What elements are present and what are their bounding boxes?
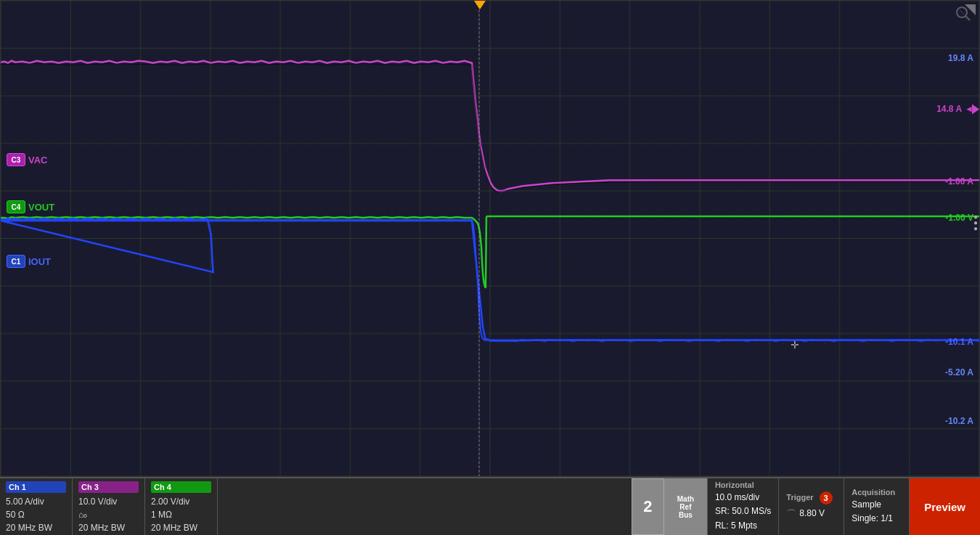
ch4-info[interactable]: Ch 4 2.00 V/div 1 MΩ 20 MHz BW <box>145 478 218 535</box>
acquisition-values: Sample Single: 1/1 <box>852 498 902 526</box>
arrow-indicator: ◄ <box>965 104 973 114</box>
measurement-19.8: 19.8 A <box>948 53 973 63</box>
options-dots[interactable]: ●●● <box>973 215 978 231</box>
vac-waveform-shadow <box>1 64 979 192</box>
c1-badge: C1 <box>7 255 25 268</box>
horizontal-values: 10.0 ms/div SR: 50.0 MS/s RL: 5 Mpts <box>715 491 771 533</box>
ch1-values: 5.00 A/div 50 Ω 20 MHz BW <box>6 495 66 534</box>
ch3-header: Ch 3 <box>78 481 139 493</box>
ch1-header: Ch 1 <box>6 481 66 493</box>
trigger-title: Trigger <box>786 493 813 502</box>
iout-waveform-main <box>1 220 979 340</box>
c1-name: IOUT <box>28 256 51 267</box>
channel-c4-label: C4 VOUT <box>7 200 54 213</box>
ch3-values: 10.0 V/div ⌂₀ 20 MHz BW <box>78 495 139 534</box>
toolbar-spacer <box>218 478 632 535</box>
preview-button[interactable]: Preview <box>910 478 980 535</box>
oscilloscope: C3 VAC C4 VOUT C1 IOUT 19.8 A 14.8 A ◄ -… <box>0 0 980 535</box>
c4-badge: C4 <box>7 200 25 213</box>
math-ref-bus-button[interactable]: Math Ref Bus <box>664 478 708 535</box>
ch4-header: Ch 4 <box>151 481 211 493</box>
trigger-symbol: ⌒ <box>786 506 796 522</box>
waveform-svg <box>1 1 979 476</box>
acquisition-section[interactable]: Acquisition Sample Single: 1/1 <box>844 478 910 535</box>
measurement-vout: -1.00 V <box>945 213 973 223</box>
ch3-info[interactable]: Ch 3 10.0 V/div ⌂₀ 20 MHz BW <box>73 478 145 535</box>
vout-waveform <box>1 216 979 288</box>
channel-c1-label: C1 IOUT <box>7 255 51 268</box>
horizontal-title: Horizontal <box>715 481 771 489</box>
measurement-neg5.2: -5.20 A <box>945 367 973 377</box>
ch1-info[interactable]: Ch 1 5.00 A/div 50 Ω 20 MHz BW <box>0 478 73 535</box>
channel-c3-label: C3 VAC <box>7 153 47 166</box>
ch4-values: 2.00 V/div 1 MΩ 20 MHz BW <box>151 495 211 534</box>
vac-waveform <box>1 61 979 191</box>
cursor-crosshair: ✛ <box>791 339 799 351</box>
c4-name: VOUT <box>28 202 54 213</box>
iout-waveform <box>1 219 979 340</box>
horizontal-section[interactable]: Horizontal 10.0 ms/div SR: 50.0 MS/s RL:… <box>708 478 779 535</box>
trigger-badge: 3 <box>820 491 833 505</box>
c3-name: VAC <box>28 155 47 166</box>
svg-line-2 <box>965 16 970 20</box>
svg-line-3 <box>960 10 964 15</box>
measurement-14.8: 14.8 A ◄ <box>936 104 973 114</box>
trigger-values: ⌒ 8.80 V <box>786 506 836 522</box>
trigger-section[interactable]: Trigger 3 ⌒ 8.80 V <box>779 478 844 535</box>
measurement-vac: -1.00 A <box>945 176 973 187</box>
c3-badge: C3 <box>7 153 25 166</box>
acquisition-title: Acquisition <box>852 488 902 497</box>
channel-2-button[interactable]: 2 <box>632 478 664 535</box>
trigger-marker <box>474 1 486 9</box>
display-area: C3 VAC C4 VOUT C1 IOUT 19.8 A 14.8 A ◄ -… <box>0 0 980 477</box>
measurement-neg10.2: -10.2 A <box>945 416 973 426</box>
magnifier-icon[interactable] <box>954 4 976 26</box>
toolbar: Ch 1 5.00 A/div 50 Ω 20 MHz BW Ch 3 10.0… <box>0 477 980 535</box>
measurement-iout: -10.1 A <box>945 337 973 347</box>
